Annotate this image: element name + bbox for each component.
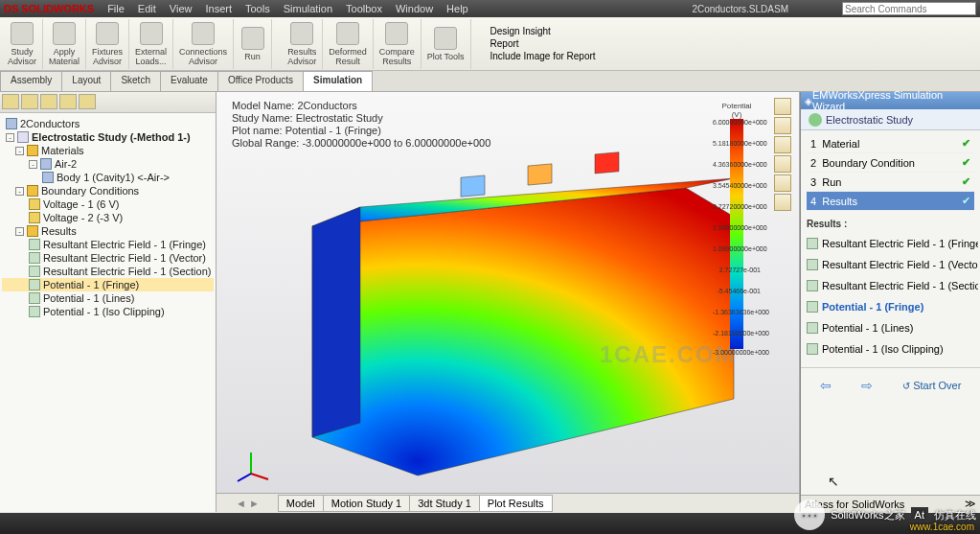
vt-btn-2[interactable]: [774, 117, 791, 134]
result-item[interactable]: Resultant Electric Field - 1 (Section): [803, 275, 978, 296]
tab-assembly[interactable]: Assembly: [0, 71, 62, 91]
simulation-wizard-panel: ◈ EMWorksXpress Simulation Wizard Electr…: [800, 92, 980, 512]
run-button[interactable]: Run: [234, 19, 272, 69]
tab-sketch[interactable]: Sketch: [110, 71, 161, 91]
prev-button[interactable]: ⇦: [820, 378, 832, 393]
include-image-button[interactable]: Include Image for Report: [490, 51, 596, 61]
app-logo: DS SOLIDWORKS: [4, 3, 94, 14]
menu-view[interactable]: View: [164, 1, 198, 16]
tab-model[interactable]: Model: [278, 495, 324, 512]
view-tabs: ◄ ► Model Motion Study 1 3dt Study 1 Plo…: [217, 493, 799, 512]
search-input[interactable]: [842, 2, 976, 15]
collapse-icon[interactable]: -: [29, 160, 37, 169]
tree-btn-4[interactable]: [59, 94, 77, 109]
report-button[interactable]: Report: [490, 38, 596, 49]
collapse-icon[interactable]: -: [15, 227, 24, 236]
tree-results[interactable]: -Results: [2, 224, 214, 238]
menu-help[interactable]: Help: [441, 1, 474, 16]
result-item-selected[interactable]: Potential - 1 (Fringe): [803, 296, 978, 317]
tree-toolbar: [0, 92, 216, 113]
step-results[interactable]: 4 Results✔: [807, 192, 974, 211]
vt-btn-4[interactable]: [774, 155, 791, 173]
assembly-icon: [6, 118, 17, 129]
collapse-icon[interactable]: -: [15, 187, 24, 196]
tab-office-products[interactable]: Office Products: [217, 71, 304, 91]
tree-potential-iso[interactable]: Potential - 1 (Iso Clipping): [2, 305, 214, 318]
wizard-title: ◈ EMWorksXpress Simulation Wizard: [801, 92, 980, 109]
orientation-triad[interactable]: [232, 445, 270, 483]
tree-btn-5[interactable]: [79, 94, 96, 109]
compare-results-button[interactable]: CompareResults: [374, 19, 422, 69]
fixtures-advisor-button[interactable]: FixturesAdvisor: [86, 19, 129, 69]
tree-btn-3[interactable]: [40, 94, 57, 109]
menu-window[interactable]: Window: [390, 1, 439, 16]
tab-simulation[interactable]: Simulation: [303, 71, 373, 91]
simulation-model[interactable]: [255, 150, 753, 495]
checkmark-icon: ✔: [962, 195, 970, 207]
tree-materials[interactable]: -Materials: [2, 144, 214, 157]
vt-btn-6[interactable]: [774, 194, 791, 211]
result-item[interactable]: Potential - 1 (Lines): [803, 317, 978, 338]
tree-btn-1[interactable]: [2, 94, 19, 109]
tree-body[interactable]: Body 1 (Cavity1) <-Air->: [2, 171, 214, 184]
step-material[interactable]: 1 Material✔: [807, 134, 974, 153]
menu-edit[interactable]: Edit: [132, 1, 162, 16]
tree-voltage-1[interactable]: Voltage - 1 (6 V): [2, 197, 214, 211]
material-icon: [53, 22, 76, 45]
tree-boundary-conditions[interactable]: -Boundary Conditions: [2, 184, 214, 197]
start-over-button[interactable]: ↺ Start Over: [902, 378, 961, 393]
apply-material-button[interactable]: ApplyMaterial: [43, 19, 86, 69]
plot-icon: [29, 279, 40, 290]
step-run[interactable]: 3 Run✔: [807, 173, 974, 192]
menu-tools[interactable]: Tools: [239, 1, 276, 16]
tree-btn-2[interactable]: [21, 94, 38, 109]
tree-potential-fringe[interactable]: Potential - 1 (Fringe): [2, 278, 214, 291]
result-item[interactable]: Resultant Electric Field - 1 (Fringe): [803, 233, 978, 254]
next-button[interactable]: ⇨: [861, 378, 873, 393]
vt-btn-5[interactable]: [774, 174, 791, 192]
plot-tools-button[interactable]: Plot Tools: [422, 19, 471, 69]
graphics-viewport[interactable]: Model Name: 2Conductors Study Name: Elec…: [217, 92, 800, 512]
menu-insert[interactable]: Insert: [199, 1, 238, 16]
result-item[interactable]: Potential - 1 (Iso Clipping): [803, 338, 978, 360]
menu-toolbox[interactable]: Toolbox: [340, 1, 388, 16]
study-advisor-button[interactable]: StudyAdvisor: [2, 19, 43, 69]
results-icon: [290, 22, 313, 45]
design-insight-button[interactable]: Design Insight: [490, 26, 596, 36]
tree-air[interactable]: -Air-2: [2, 157, 214, 171]
deformed-result-button[interactable]: DeformedResult: [323, 19, 374, 69]
plot-header: Model Name: 2Conductors Study Name: Elec…: [232, 100, 490, 150]
menu-file[interactable]: File: [102, 1, 130, 16]
tab-evaluate[interactable]: Evaluate: [160, 71, 218, 91]
plot-icon: [29, 266, 40, 277]
tree-result-vector[interactable]: Resultant Electric Field - 1 (Vector): [2, 251, 214, 265]
tab-plot-results[interactable]: Plot Results: [479, 495, 553, 512]
feature-tree[interactable]: 2Conductors -Electrostatic Study (-Metho…: [0, 113, 216, 322]
external-loads-button[interactable]: ExternalLoads...: [129, 19, 173, 69]
step-boundary[interactable]: 2 Boundary Condition✔: [807, 153, 974, 173]
connections-advisor-button[interactable]: ConnectionsAdvisor: [173, 19, 234, 69]
collapse-icon[interactable]: -: [15, 147, 24, 155]
tree-study[interactable]: -Electrostatic Study (-Method 1-): [2, 130, 214, 144]
tree-result-fringe[interactable]: Resultant Electric Field - 1 (Fringe): [2, 238, 214, 251]
checkmark-icon: ✔: [962, 156, 970, 169]
vt-btn-1[interactable]: [774, 98, 791, 115]
tab-layout[interactable]: Layout: [61, 71, 111, 91]
material-icon: [40, 158, 52, 170]
vt-btn-3[interactable]: [774, 136, 791, 153]
tree-root[interactable]: 2Conductors: [2, 117, 214, 130]
collapse-icon[interactable]: -: [6, 133, 14, 142]
results-advisor-button[interactable]: ResultsAdvisor: [282, 19, 323, 69]
tab-motion-study[interactable]: Motion Study 1: [323, 495, 410, 512]
tree-voltage-2[interactable]: Voltage - 2 (-3 V): [2, 211, 214, 224]
tree-result-section[interactable]: Resultant Electric Field - 1 (Section): [2, 265, 214, 278]
wizard-breadcrumb[interactable]: Electrostatic Study: [801, 109, 980, 130]
tree-potential-lines[interactable]: Potential - 1 (Lines): [2, 291, 214, 305]
tab-3dt-study[interactable]: 3dt Study 1: [409, 495, 480, 512]
result-item[interactable]: Resultant Electric Field - 1 (Vector): [803, 254, 978, 275]
wizard-steps: 1 Material✔ 2 Boundary Condition✔ 3 Run✔…: [801, 130, 980, 215]
back-icon[interactable]: [809, 113, 822, 127]
plot-icon: [807, 238, 818, 249]
plot-icon: [807, 343, 818, 355]
menu-simulation[interactable]: Simulation: [278, 1, 338, 16]
